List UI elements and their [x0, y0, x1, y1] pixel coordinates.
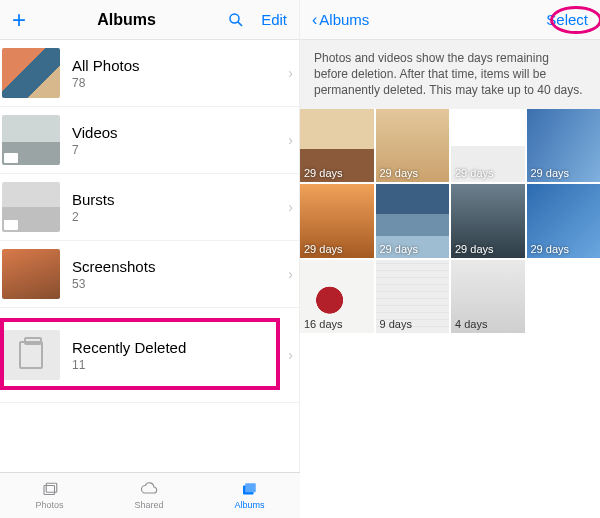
photo-cell[interactable]: 29 days	[300, 109, 374, 183]
photo-cell[interactable]: 4 days	[451, 260, 525, 334]
album-thumb	[2, 115, 60, 165]
days-remaining: 29 days	[531, 243, 570, 255]
select-button[interactable]: Select	[542, 9, 592, 30]
chevron-right-icon: ›	[288, 347, 293, 363]
albums-tab-icon	[238, 481, 260, 499]
photo-cell[interactable]: 29 days	[451, 184, 525, 258]
albums-title: Albums	[97, 11, 156, 29]
chevron-right-icon: ›	[288, 199, 293, 215]
back-button[interactable]: ‹ Albums	[308, 9, 373, 31]
days-remaining: 29 days	[380, 167, 419, 179]
albums-pane: + Albums Edit All Photos 78 › Video	[0, 0, 300, 518]
days-remaining: 29 days	[531, 167, 570, 179]
svg-rect-3	[46, 483, 57, 492]
album-row-bursts[interactable]: Bursts 2 ›	[0, 174, 299, 241]
days-remaining: 29 days	[455, 243, 494, 255]
search-button[interactable]	[223, 9, 249, 31]
album-row-screenshots[interactable]: Screenshots 53 ›	[0, 241, 299, 308]
days-remaining: 29 days	[304, 167, 343, 179]
album-count: 78	[72, 76, 288, 90]
recently-deleted-pane: ‹ Albums Select Photos and videos show t…	[300, 0, 600, 518]
photo-cell[interactable]: 29 days	[376, 109, 450, 183]
photos-tab-icon	[39, 481, 61, 499]
photo-cell[interactable]: 29 days	[527, 184, 601, 258]
svg-rect-2	[44, 486, 55, 495]
album-thumb	[2, 182, 60, 232]
days-remaining: 29 days	[455, 167, 494, 179]
album-count: 7	[72, 143, 288, 157]
tab-bar-left: Photos Shared Albums	[0, 472, 300, 518]
album-row-recently-deleted[interactable]: Recently Deleted 11 ›	[0, 308, 299, 403]
days-remaining: 29 days	[380, 243, 419, 255]
tab-label: Photos	[35, 500, 63, 510]
back-label: Albums	[319, 11, 369, 28]
chevron-left-icon: ‹	[312, 11, 317, 29]
album-row-all-photos[interactable]: All Photos 78 ›	[0, 40, 299, 107]
album-name: Bursts	[72, 191, 288, 208]
tab-label: Albums	[234, 500, 264, 510]
edit-button[interactable]: Edit	[257, 9, 291, 30]
tab-albums[interactable]: Albums	[234, 481, 264, 510]
album-name: Screenshots	[72, 258, 288, 275]
album-count: 53	[72, 277, 288, 291]
svg-line-1	[238, 21, 242, 25]
album-thumb	[2, 48, 60, 98]
tab-label: Shared	[134, 500, 163, 510]
search-icon	[227, 11, 245, 29]
tab-photos[interactable]: Photos	[35, 481, 63, 510]
album-name: Recently Deleted	[72, 339, 288, 356]
album-list: All Photos 78 › Videos 7 › Bursts 2	[0, 40, 299, 518]
album-thumb	[2, 330, 60, 380]
photo-cell[interactable]: 29 days	[451, 109, 525, 183]
svg-point-0	[230, 14, 239, 23]
album-row-videos[interactable]: Videos 7 ›	[0, 107, 299, 174]
photo-cell[interactable]: 9 days	[376, 260, 450, 334]
burst-badge-icon	[4, 220, 18, 230]
album-name: All Photos	[72, 57, 288, 74]
album-name: Videos	[72, 124, 288, 141]
svg-rect-5	[246, 483, 257, 492]
recently-deleted-navbar: ‹ Albums Select	[300, 0, 600, 40]
chevron-right-icon: ›	[288, 132, 293, 148]
photo-cell[interactable]: 29 days	[527, 109, 601, 183]
photo-grid: 29 days 29 days 29 days 29 days 29 days …	[300, 109, 600, 334]
chevron-right-icon: ›	[288, 266, 293, 282]
album-count: 11	[72, 358, 288, 372]
deletion-info-banner: Photos and videos show the days remainin…	[300, 40, 600, 109]
photo-cell[interactable]: 29 days	[376, 184, 450, 258]
album-thumb	[2, 249, 60, 299]
chevron-right-icon: ›	[288, 65, 293, 81]
days-remaining: 4 days	[455, 318, 487, 330]
shared-tab-icon	[138, 481, 160, 499]
days-remaining: 29 days	[304, 243, 343, 255]
days-remaining: 16 days	[304, 318, 343, 330]
add-album-button[interactable]: +	[8, 6, 30, 34]
tab-shared[interactable]: Shared	[134, 481, 163, 510]
photo-cell[interactable]: 16 days	[300, 260, 374, 334]
albums-navbar: + Albums Edit	[0, 0, 299, 40]
video-badge-icon	[4, 153, 18, 163]
days-remaining: 9 days	[380, 318, 412, 330]
album-count: 2	[72, 210, 288, 224]
trash-icon	[19, 341, 43, 369]
photo-cell[interactable]: 29 days	[300, 184, 374, 258]
